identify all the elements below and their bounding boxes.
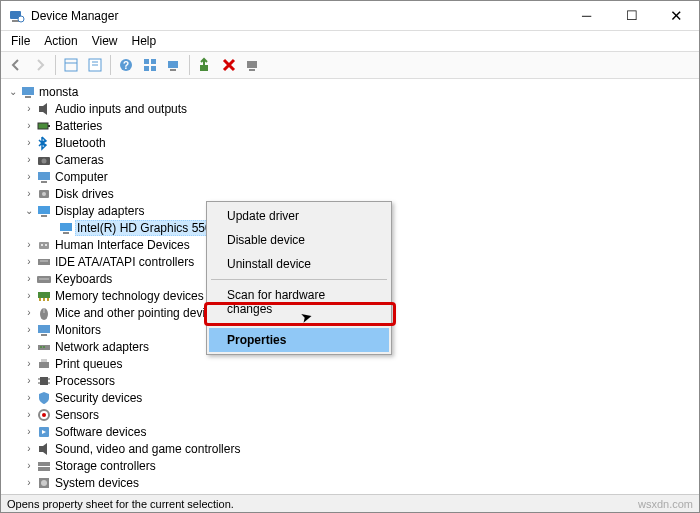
scan-button[interactable] — [163, 54, 185, 76]
svg-point-66 — [41, 480, 47, 486]
update-driver-button[interactable] — [194, 54, 216, 76]
svg-rect-12 — [144, 66, 149, 71]
tree-category-label: Disk drives — [53, 187, 116, 201]
tree-category[interactable]: ›Sound, video and game controllers — [5, 440, 699, 457]
sound-icon — [35, 441, 53, 457]
menu-file[interactable]: File — [5, 32, 36, 50]
svg-rect-33 — [63, 232, 69, 234]
memory-icon — [35, 288, 53, 304]
tree-category[interactable]: ›Cameras — [5, 151, 699, 168]
svg-rect-20 — [25, 96, 31, 98]
tree-category-label: Bluetooth — [53, 136, 108, 150]
close-button[interactable]: ✕ — [654, 1, 699, 30]
camera-icon — [35, 152, 53, 168]
svg-point-2 — [18, 16, 24, 22]
tree-category[interactable]: ›Processors — [5, 372, 699, 389]
watermark: wsxdn.com — [638, 498, 693, 510]
tree-category[interactable]: ›Security devices — [5, 389, 699, 406]
tree-category[interactable]: ›Sensors — [5, 406, 699, 423]
computer-icon — [19, 84, 37, 100]
svg-point-35 — [41, 244, 43, 246]
statusbar: Opens property sheet for the current sel… — [1, 494, 699, 512]
svg-rect-64 — [38, 467, 50, 471]
minimize-button[interactable]: ─ — [564, 1, 609, 30]
menu-help[interactable]: Help — [126, 32, 163, 50]
svg-rect-31 — [41, 215, 47, 217]
disk-icon — [35, 186, 53, 202]
show-hide-button[interactable] — [60, 54, 82, 76]
ctx-separator — [211, 324, 387, 325]
svg-rect-37 — [38, 259, 50, 265]
svg-rect-41 — [38, 292, 50, 298]
toolbar: ? — [1, 51, 699, 79]
forward-button[interactable] — [29, 54, 51, 76]
maximize-button[interactable]: ☐ — [609, 1, 654, 30]
svg-rect-19 — [22, 87, 34, 95]
tree-category-label: Software devices — [53, 425, 148, 439]
svg-rect-13 — [151, 66, 156, 71]
svg-rect-32 — [60, 223, 72, 231]
back-button[interactable] — [5, 54, 27, 76]
app-icon — [9, 8, 25, 24]
menu-view[interactable]: View — [86, 32, 124, 50]
view-button[interactable] — [139, 54, 161, 76]
svg-rect-17 — [247, 61, 257, 68]
titlebar: Device Manager ─ ☐ ✕ — [1, 1, 699, 31]
tree-category-label: Memory technology devices — [53, 289, 206, 303]
tree-category[interactable]: ›Batteries — [5, 117, 699, 134]
mouse-icon — [35, 305, 53, 321]
ctx-scan-hardware[interactable]: Scan for hardware changes — [209, 283, 389, 321]
svg-rect-44 — [47, 298, 49, 301]
tree-category[interactable]: ›Disk drives — [5, 185, 699, 202]
svg-point-51 — [43, 346, 45, 348]
disable-button[interactable] — [242, 54, 264, 76]
svg-rect-10 — [144, 59, 149, 64]
tree-category-label: Mice and other pointing devi — [53, 306, 207, 320]
tree-category[interactable]: ›Audio inputs and outputs — [5, 100, 699, 117]
properties-button[interactable] — [84, 54, 106, 76]
svg-point-50 — [40, 346, 42, 348]
svg-rect-21 — [39, 106, 43, 112]
svg-rect-47 — [38, 325, 50, 333]
tree-category-label: Monitors — [53, 323, 103, 337]
ctx-uninstall-device[interactable]: Uninstall device — [209, 252, 389, 276]
svg-rect-27 — [41, 181, 47, 183]
svg-rect-48 — [41, 334, 47, 336]
tree-category-label: Human Interface Devices — [53, 238, 192, 252]
ctx-properties[interactable]: Properties — [209, 328, 389, 352]
svg-point-25 — [42, 158, 47, 163]
tree-category-label: Batteries — [53, 119, 104, 133]
svg-rect-53 — [41, 359, 47, 362]
tree-category[interactable]: ›Print queues — [5, 355, 699, 372]
ctx-update-driver[interactable]: Update driver — [209, 204, 389, 228]
uninstall-button[interactable] — [218, 54, 240, 76]
ide-icon — [35, 254, 53, 270]
tree-category[interactable]: ›Storage controllers — [5, 457, 699, 474]
svg-rect-16 — [200, 65, 208, 71]
hid-icon — [35, 237, 53, 253]
svg-rect-14 — [168, 61, 178, 68]
tree-category[interactable]: ›Software devices — [5, 423, 699, 440]
keyboard-icon — [35, 271, 53, 287]
tree-category[interactable]: ›Bluetooth — [5, 134, 699, 151]
system-icon — [35, 475, 53, 491]
svg-rect-42 — [39, 298, 41, 301]
printer-icon — [35, 356, 53, 372]
software-icon — [35, 424, 53, 440]
ctx-disable-device[interactable]: Disable device — [209, 228, 389, 252]
tree-category-label: Processors — [53, 374, 117, 388]
help-button[interactable]: ? — [115, 54, 137, 76]
tree-root[interactable]: ⌄monsta — [5, 83, 699, 100]
svg-rect-23 — [48, 125, 50, 127]
svg-rect-26 — [38, 172, 50, 180]
security-icon — [35, 390, 53, 406]
display-icon — [57, 220, 75, 236]
tree-category[interactable]: ›Computer — [5, 168, 699, 185]
svg-rect-15 — [170, 69, 176, 71]
tree-category[interactable]: ›System devices — [5, 474, 699, 491]
tree-category-label: Network adapters — [53, 340, 151, 354]
computer-icon — [35, 169, 53, 185]
tree-device-label: Intel(R) HD Graphics 5500 — [75, 220, 220, 236]
menu-action[interactable]: Action — [38, 32, 83, 50]
tree-category-label: Print queues — [53, 357, 124, 371]
